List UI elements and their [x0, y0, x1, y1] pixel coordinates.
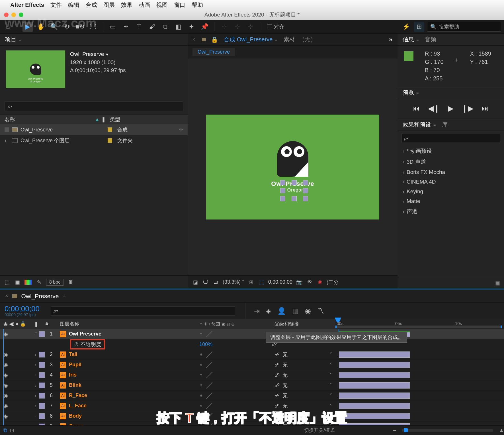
visibility-eye-icon[interactable]: ◉: [3, 403, 8, 409]
layer-name[interactable]: Green: [69, 423, 84, 425]
expand-arrow-icon[interactable]: ›: [35, 373, 39, 377]
zoom-dropdown[interactable]: (33.3%) ˅: [223, 279, 244, 285]
resolution-dropdown[interactable]: (二分: [327, 279, 339, 286]
layer-name[interactable]: Owl Preserve: [69, 331, 101, 337]
camera-tool[interactable]: ⛶: [88, 22, 98, 32]
selection-handle[interactable]: [280, 180, 285, 185]
expand-arrow-icon[interactable]: ˅: [35, 332, 39, 336]
axis-local-icon[interactable]: ⊹: [219, 22, 229, 32]
pickwhip-icon[interactable]: ☍: [274, 372, 280, 378]
menu-composition[interactable]: 合成: [86, 1, 97, 9]
selection-handle[interactable]: [303, 196, 308, 201]
zoom-tool[interactable]: 🔍: [49, 22, 59, 32]
home-button[interactable]: ⌂: [3, 22, 13, 32]
parent-value[interactable]: 无: [282, 351, 288, 358]
tab-effects-presets[interactable]: 效果和预设 ≡: [402, 120, 436, 130]
selection-handle[interactable]: [303, 180, 308, 185]
visibility-eye-icon[interactable]: ◉: [3, 423, 8, 426]
pickwhip-icon[interactable]: ☍: [274, 362, 280, 368]
label-swatch[interactable]: [39, 413, 45, 419]
tab-audio[interactable]: 音频: [424, 34, 437, 44]
panel-menu-icon[interactable]: ≡: [63, 293, 66, 299]
panel-menu-icon[interactable]: ≡: [19, 37, 21, 42]
workspace-switcher-icon[interactable]: ⊞: [414, 22, 424, 32]
layer-duration-bar[interactable]: [339, 372, 410, 378]
collapse-switch[interactable]: [206, 372, 213, 378]
label-swatch[interactable]: [39, 403, 45, 409]
color-depth-icon[interactable]: [24, 280, 32, 285]
toggle-switches-modes-button[interactable]: 切换开关/模式: [245, 427, 393, 434]
color-mgmt-icon[interactable]: ❀: [316, 279, 323, 285]
collapse-switch[interactable]: [206, 351, 213, 358]
parent-value[interactable]: 无: [282, 361, 288, 368]
selection-handle[interactable]: [280, 196, 285, 201]
prev-frame-button[interactable]: ◀❙: [428, 104, 440, 113]
new-bin-icon[interactable]: ▣: [495, 280, 500, 286]
label-swatch[interactable]: [39, 424, 45, 426]
canvas[interactable]: Owl Preserve of Oregon: [206, 115, 379, 219]
layer-name[interactable]: Iris: [69, 372, 77, 378]
close-tab-icon[interactable]: ×: [192, 37, 195, 42]
parent-value[interactable]: 无: [282, 372, 288, 379]
shy-switch-icon[interactable]: ♀: [199, 403, 203, 408]
collapse-switch[interactable]: [206, 403, 213, 409]
close-tab-icon[interactable]: ×: [5, 293, 8, 299]
layer-name[interactable]: Body: [69, 413, 82, 419]
visibility-eye-icon[interactable]: ◉: [3, 372, 8, 378]
orbit-tool[interactable]: ↻: [62, 22, 72, 32]
tab-project[interactable]: 项目≡: [5, 34, 22, 44]
work-area-bar[interactable]: [335, 326, 502, 328]
parent-value[interactable]: 无: [282, 403, 288, 409]
comp-subtab[interactable]: Owl_Preserve: [192, 48, 235, 56]
parent-dropdown-icon[interactable]: ˅: [329, 403, 332, 409]
axis-view-icon[interactable]: ⊹: [245, 22, 255, 32]
project-thumbnail[interactable]: Owl Preserveof Oregon: [6, 50, 65, 88]
expand-arrow-icon[interactable]: ›: [35, 383, 39, 388]
visibility-eye-icon[interactable]: ◉: [3, 331, 8, 337]
opacity-property-row[interactable]: ⏱ 不透明度 100% ☍: [0, 339, 504, 349]
layer-name[interactable]: Pupil: [69, 362, 81, 368]
effects-search-input[interactable]: 𝘱▾: [401, 134, 500, 143]
composition-viewer[interactable]: Owl Preserve of Oregon: [188, 58, 398, 275]
shy-switch-icon[interactable]: ♀: [199, 352, 203, 357]
clone-tool[interactable]: ⧉: [160, 22, 170, 32]
text-tool[interactable]: T: [134, 22, 144, 32]
menu-file[interactable]: 文件: [50, 1, 62, 9]
effects-category[interactable]: Matte: [398, 196, 504, 206]
collapse-switch[interactable]: [206, 392, 213, 399]
project-comp-name[interactable]: Owl_Preserve: [70, 50, 126, 58]
eraser-tool[interactable]: ◧: [173, 22, 183, 32]
parent-dropdown-icon[interactable]: ˅: [329, 362, 332, 368]
brush-tool[interactable]: 🖌: [147, 22, 157, 32]
zoom-out-icon[interactable]: ━: [393, 427, 396, 434]
collapse-switch[interactable]: [206, 331, 213, 337]
layer-name[interactable]: L_Face: [69, 403, 87, 409]
effects-category[interactable]: * 动画预设: [398, 146, 504, 156]
layer-row[interactable]: ◉ › 6 Ai R_Face ♀ ☍无˅: [0, 391, 504, 401]
toggle-switches-icon[interactable]: ⧉: [3, 427, 7, 434]
layer-duration-bar[interactable]: [339, 423, 410, 425]
col-name-label[interactable]: 名称: [5, 116, 15, 123]
bpc-button[interactable]: 8 bpc: [46, 279, 63, 286]
opacity-value[interactable]: 100%: [199, 342, 212, 347]
expand-arrow-icon[interactable]: ›: [35, 393, 39, 398]
timeline-zoom-slider[interactable]: [402, 429, 493, 432]
effects-category[interactable]: 3D 声道: [398, 156, 504, 167]
expand-arrow-icon[interactable]: ›: [35, 424, 39, 426]
first-frame-button[interactable]: ⏮: [413, 104, 420, 113]
zoom-in-icon[interactable]: ▲: [499, 427, 504, 433]
flowchart-icon[interactable]: ⊹: [179, 127, 183, 133]
timeline-search-input[interactable]: 𝘱▾: [51, 306, 235, 316]
effects-category[interactable]: Keying: [398, 187, 504, 196]
menu-animation[interactable]: 动画: [139, 1, 150, 9]
draft3d-icon[interactable]: ◈: [266, 307, 271, 315]
timeline-timecode[interactable]: 0;00;00;00: [5, 305, 40, 312]
menu-edit[interactable]: 编辑: [68, 1, 79, 9]
menu-help[interactable]: 帮助: [192, 1, 203, 9]
project-item-row[interactable]: Owl_Preserve 合成 ⊹: [0, 124, 188, 135]
region-icon[interactable]: ⬚: [258, 279, 265, 285]
label-swatch[interactable]: [39, 362, 45, 368]
shy-switch-icon[interactable]: ♀: [199, 332, 203, 337]
visibility-eye-icon[interactable]: ◉: [3, 393, 8, 399]
trash-icon[interactable]: 🗑: [67, 279, 74, 285]
